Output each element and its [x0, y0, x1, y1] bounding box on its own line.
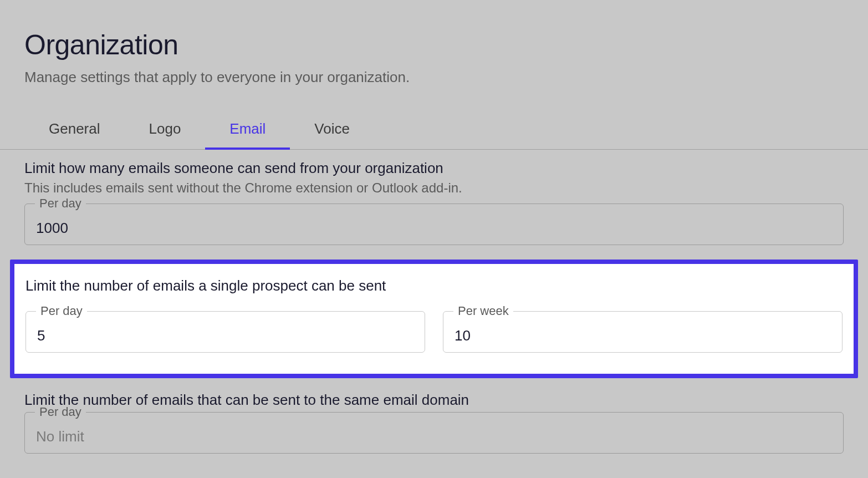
domain-per-day-field[interactable]: Per day	[24, 412, 844, 454]
section-prospect-email-limit-title: Limit the number of emails a single pros…	[25, 277, 843, 294]
tab-logo[interactable]: Logo	[125, 113, 206, 150]
prospect-per-week-input[interactable]	[455, 327, 831, 344]
tab-general[interactable]: General	[24, 113, 125, 150]
tab-email[interactable]: Email	[205, 113, 290, 150]
prospect-per-day-field[interactable]: Per day	[25, 311, 425, 353]
prospect-per-day-label: Per day	[36, 304, 87, 318]
section-domain-email-limit-title: Limit the number of emails that can be s…	[24, 391, 844, 409]
section-org-email-limit-title: Limit how many emails someone can send f…	[24, 160, 844, 177]
section-org-email-limit-subtitle: This includes emails sent without the Ch…	[24, 180, 844, 196]
section-org-email-limit: Limit how many emails someone can send f…	[24, 160, 844, 245]
prospect-per-week-field[interactable]: Per week	[443, 311, 843, 353]
prospect-per-day-input[interactable]	[37, 327, 413, 344]
page-subtitle: Manage settings that apply to everyone i…	[24, 69, 844, 86]
domain-per-day-input[interactable]	[36, 428, 832, 445]
org-per-day-input[interactable]	[36, 220, 832, 237]
domain-per-day-label: Per day	[35, 405, 86, 419]
org-per-day-field[interactable]: Per day	[24, 204, 844, 245]
section-prospect-email-limit: Limit the number of emails a single pros…	[10, 260, 858, 378]
tabs: General Logo Email Voice	[0, 113, 868, 150]
tab-voice[interactable]: Voice	[290, 113, 374, 150]
page-title: Organization	[24, 29, 844, 61]
prospect-per-week-label: Per week	[453, 304, 513, 318]
section-domain-email-limit: Limit the number of emails that can be s…	[24, 391, 844, 454]
org-per-day-label: Per day	[35, 196, 86, 211]
